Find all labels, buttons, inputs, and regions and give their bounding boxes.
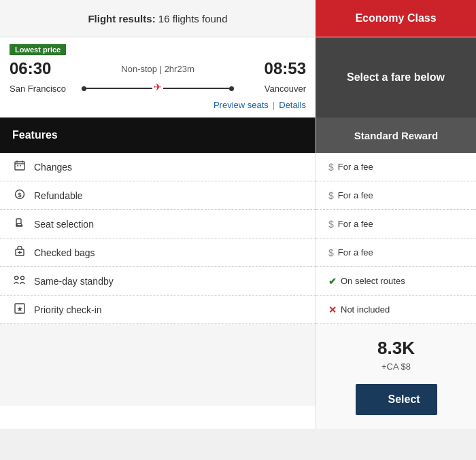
- fare-priority-text: Not included: [341, 304, 390, 315]
- feature-row-seat: Seat selection: [0, 210, 316, 238]
- svg-text:$: $: [18, 192, 21, 198]
- fare-points: 8.3K: [377, 338, 415, 359]
- city-to: Vancouver: [238, 84, 306, 94]
- refundable-icon: $: [12, 189, 27, 202]
- route-dot-right: [229, 86, 234, 91]
- flight-card: Lowest price 06:30 Non-stop | 2hr23m 08:…: [0, 37, 476, 118]
- feature-row-priority: ★ Priority check-in: [0, 296, 316, 324]
- fare-cell-seat: $ For a fee: [316, 210, 476, 238]
- fare-bags-text: For a fee: [338, 247, 373, 258]
- priority-label: Priority check-in: [34, 304, 102, 315]
- flight-results-label: Flight results:: [88, 13, 155, 24]
- flight-card-left: Lowest price 06:30 Non-stop | 2hr23m 08:…: [0, 37, 316, 118]
- pipe-separator: |: [273, 100, 275, 110]
- changes-label: Changes: [34, 162, 72, 173]
- feature-row-refundable: $ Refundable: [0, 181, 316, 210]
- route-row: San Francisco ✈ Vancouver: [0, 81, 316, 97]
- bags-icon: [12, 246, 27, 259]
- dollar-icon-bags: $: [328, 247, 334, 258]
- flight-times-row: 06:30 Non-stop | 2hr23m 08:53: [0, 55, 316, 81]
- fare-cell-standby: ✔ On select routes: [316, 267, 476, 296]
- arrive-time: 08:53: [258, 59, 306, 78]
- feature-row-changes: Changes: [0, 153, 316, 181]
- fare-prompt-text: Select a fare below: [347, 71, 445, 84]
- flights-found: 16 flights found: [158, 13, 228, 24]
- fare-cash: +CA $8: [381, 361, 411, 372]
- economy-class-tab[interactable]: Economy Class: [316, 0, 476, 37]
- seat-icon: [12, 217, 27, 230]
- priority-icon: ★: [12, 303, 27, 316]
- bags-label: Checked bags: [34, 247, 95, 258]
- fare-seat-text: For a fee: [338, 219, 373, 229]
- flight-results-section: Flight results: 16 flights found: [0, 3, 316, 34]
- header-row: Flight results: 16 flights found Economy…: [0, 0, 476, 37]
- preview-seats-link[interactable]: Preview seats: [214, 100, 269, 110]
- depart-time: 06:30: [10, 59, 57, 78]
- select-button[interactable]: Select: [356, 384, 437, 415]
- features-header: Features: [0, 118, 316, 153]
- dollar-icon-changes: $: [328, 162, 334, 173]
- features-section: Features Changes $: [0, 118, 316, 429]
- seat-label: Seat selection: [34, 219, 94, 230]
- fare-column: Standard Reward $ For a fee $ For a fee …: [316, 118, 476, 429]
- main-content: Features Changes $: [0, 118, 476, 429]
- route-dot-left: [82, 86, 86, 91]
- flight-nonstop: Non-stop | 2hr23m: [57, 64, 258, 74]
- fare-cell-priority: ✕ Not included: [316, 296, 476, 324]
- feature-row-standby: Same-day standby: [0, 267, 316, 296]
- fare-cell-refundable: $ For a fee: [316, 181, 476, 210]
- flight-links-row: Preview seats | Details: [0, 97, 316, 117]
- svg-point-13: [21, 277, 24, 280]
- fare-refundable-text: For a fee: [338, 190, 373, 200]
- features-bottom-filler: [0, 324, 316, 406]
- dollar-icon-seat: $: [328, 219, 334, 230]
- fare-cell-bags: $ For a fee: [316, 238, 476, 267]
- x-icon-priority: ✕: [328, 304, 337, 315]
- check-icon-standby: ✔: [328, 276, 337, 287]
- standby-label: Same-day standby: [34, 276, 114, 287]
- fare-standby-text: On select routes: [341, 276, 405, 286]
- city-from: San Francisco: [10, 84, 78, 94]
- plane-icon: ✈: [152, 82, 163, 92]
- dollar-icon-refundable: $: [328, 190, 334, 201]
- refundable-label: Refundable: [34, 190, 83, 201]
- fare-price-area: 8.3K +CA $8 Select: [316, 324, 476, 429]
- details-link[interactable]: Details: [279, 100, 306, 110]
- fare-header: Standard Reward: [316, 118, 476, 153]
- fare-prompt-area: Select a fare below: [316, 37, 476, 118]
- route-line: ✈: [82, 82, 234, 94]
- fare-cell-changes: $ For a fee: [316, 153, 476, 181]
- feature-row-bags: Checked bags: [0, 238, 316, 267]
- changes-icon: [12, 160, 27, 173]
- standby-icon: [12, 275, 27, 287]
- svg-point-12: [15, 277, 18, 280]
- fare-changes-text: For a fee: [338, 162, 373, 172]
- svg-rect-7: [16, 219, 21, 224]
- lowest-price-badge: Lowest price: [10, 44, 66, 55]
- svg-text:★: ★: [17, 306, 23, 313]
